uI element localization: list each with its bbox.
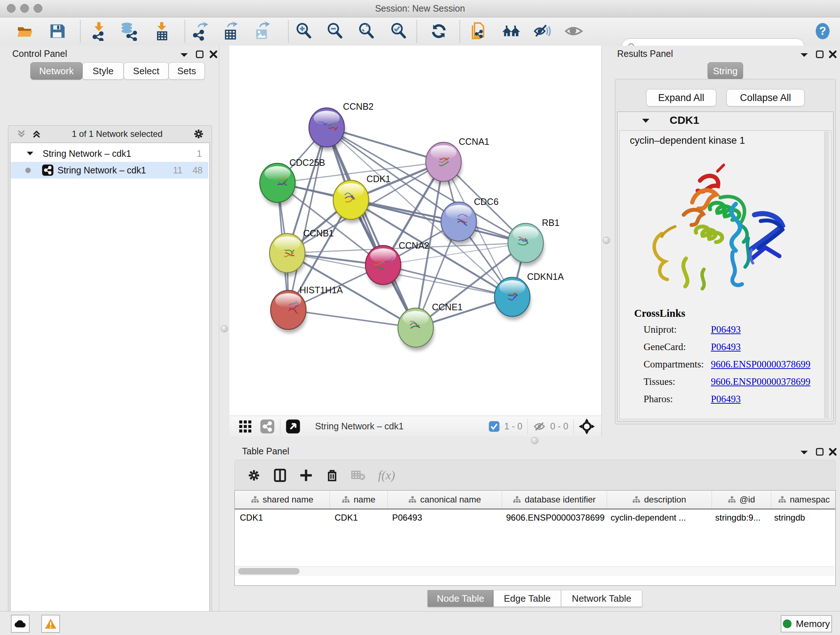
table-cell[interactable]: CDK1 — [235, 509, 330, 526]
crosslink-link[interactable]: 9606.ENSP00000378699 — [711, 376, 810, 387]
divider-grip[interactable] — [221, 325, 228, 333]
results-scrollbar[interactable] — [824, 131, 829, 418]
tab-node-table[interactable]: Node Table — [428, 590, 493, 607]
network-view-icon[interactable] — [260, 419, 275, 434]
save-session-button[interactable] — [47, 21, 67, 41]
section-collapse-icon[interactable] — [641, 118, 650, 124]
tab-string[interactable]: String — [707, 62, 743, 80]
network-tree-child-row[interactable]: String Network – cdk1 11 48 — [11, 162, 208, 179]
collapse-all-button[interactable]: Collapse All — [726, 89, 805, 106]
results-panel-close-icon[interactable] — [829, 50, 837, 59]
crosslink-link[interactable]: P06493 — [711, 341, 741, 353]
edge-HIST1H1A-CCNE1[interactable] — [288, 310, 416, 328]
node-CCNB2[interactable]: CCNB2 — [309, 101, 374, 150]
results-panel-menu-icon[interactable] — [799, 51, 809, 59]
expand-all-button[interactable]: Expand All — [646, 89, 716, 106]
column-header-canonical-name[interactable]: canonical name — [388, 491, 502, 509]
gear-icon[interactable] — [193, 128, 204, 140]
collapse-all-icon[interactable] — [16, 129, 27, 139]
scrollbar-thumb[interactable] — [238, 568, 300, 575]
table-horizontal-scrollbar[interactable] — [235, 566, 834, 576]
delete-table-icon[interactable] — [351, 469, 366, 481]
hide-panel-button[interactable] — [532, 21, 553, 41]
string-document-button[interactable] — [469, 21, 489, 41]
column-header-namespac[interactable]: namespac — [771, 491, 836, 509]
selected-checkbox-icon[interactable] — [488, 421, 500, 432]
export-image-button[interactable] — [252, 21, 272, 41]
memory-button[interactable]: Memory — [781, 615, 832, 632]
import-network-button[interactable] — [88, 21, 108, 41]
tab-style[interactable]: Style — [82, 62, 124, 80]
edge-CCNB2-HIST1H1A[interactable] — [288, 127, 327, 310]
results-panel-float-icon[interactable] — [815, 50, 824, 59]
table-cell[interactable]: cyclin-dependent ... — [606, 509, 710, 526]
tab-edge-table[interactable]: Edge Table — [493, 590, 561, 607]
function-builder-icon[interactable]: f(x) — [378, 469, 395, 482]
node-CDKN1A[interactable]: CDKN1A — [494, 272, 564, 320]
crosslink-link[interactable]: P06493 — [711, 324, 741, 335]
grid-view-icon[interactable] — [238, 419, 253, 434]
table-cell[interactable]: 9606.ENSP00000378699 — [501, 509, 606, 526]
control-panel-close-icon[interactable] — [209, 50, 218, 59]
node-CCNA1[interactable]: CCNA1 — [426, 136, 489, 185]
expand-all-icon[interactable] — [32, 129, 42, 139]
left-panel-divider[interactable] — [219, 46, 230, 611]
show-columns-icon[interactable] — [273, 469, 287, 482]
tab-network[interactable]: Network — [30, 62, 82, 80]
node-RB1[interactable]: RB1 — [508, 218, 560, 266]
import-network-from-database-button[interactable] — [118, 21, 139, 41]
delete-column-trash-icon[interactable] — [325, 469, 339, 482]
cloud-status-button[interactable] — [11, 615, 30, 633]
zoom-selected-button[interactable] — [388, 21, 409, 41]
network-tree-root-row[interactable]: String Network – cdk1 1 — [11, 145, 208, 162]
table-panel-close-icon[interactable] — [829, 448, 837, 456]
zoom-fit-button[interactable] — [356, 21, 377, 41]
tree-collapse-icon[interactable] — [26, 150, 34, 157]
divider-grip[interactable] — [531, 437, 538, 444]
crosslink-link[interactable]: 9606.ENSP00000378699 — [711, 359, 810, 370]
home-networks-button[interactable] — [501, 21, 521, 41]
string-network-graph[interactable]: CCNB2CCNA1CDC25BCDK1CDC6RB1CCNB1CCNA2CDK… — [229, 46, 601, 416]
node-CCNA2[interactable]: CCNA2 — [365, 241, 429, 288]
export-network-button[interactable] — [189, 21, 210, 41]
edge-CCNB2-CCNE1[interactable] — [327, 127, 416, 328]
table-row[interactable]: CDK1CDK1P064939606.ENSP00000378699cyclin… — [235, 509, 835, 526]
birdseye-navigator-icon[interactable] — [579, 418, 595, 434]
table-cell[interactable]: stringdb:9... — [710, 509, 769, 526]
show-panel-button[interactable] — [564, 21, 584, 41]
zoom-in-button[interactable] — [294, 21, 314, 41]
network-canvas[interactable]: CCNB2CCNA1CDC25BCDK1CDC6RB1CCNB1CCNA2CDK… — [229, 46, 601, 416]
crosslink-link[interactable]: P06493 — [711, 394, 741, 405]
tab-sets[interactable]: Sets — [169, 62, 205, 80]
import-table-button[interactable] — [152, 21, 172, 41]
column-header--id[interactable]: @id — [712, 491, 771, 509]
detach-view-icon[interactable] — [286, 419, 301, 434]
warnings-button[interactable] — [41, 615, 60, 633]
zoom-out-button[interactable] — [325, 21, 345, 41]
help-button[interactable]: ? — [813, 21, 833, 41]
node-HIST1H1A[interactable]: HIST1H1A — [271, 285, 343, 333]
hidden-eye-icon[interactable] — [533, 420, 546, 433]
table-cell[interactable]: stringdb — [769, 509, 835, 526]
open-session-button[interactable] — [15, 21, 35, 41]
table-cell[interactable]: P06493 — [387, 509, 501, 526]
add-column-icon[interactable] — [299, 469, 313, 482]
control-panel-float-icon[interactable] — [195, 50, 204, 59]
tab-select[interactable]: Select — [124, 62, 169, 80]
column-header-name[interactable]: name — [330, 491, 388, 509]
right-panel-divider[interactable] — [601, 46, 611, 442]
table-cell[interactable]: CDK1 — [330, 509, 387, 526]
node-CCNB1[interactable]: CCNB1 — [270, 228, 334, 276]
refresh-button[interactable] — [429, 21, 449, 41]
column-header-database-identifier[interactable]: database identifier — [502, 491, 607, 509]
table-settings-gear-icon[interactable] — [247, 469, 261, 482]
table-panel-float-icon[interactable] — [815, 448, 824, 456]
column-header-description[interactable]: description — [607, 491, 712, 509]
column-header-shared-name[interactable]: shared name — [235, 491, 330, 509]
node-CDC6[interactable]: CDC6 — [441, 196, 499, 245]
control-panel-menu-icon[interactable] — [180, 51, 189, 59]
export-table-button[interactable] — [220, 21, 240, 41]
tab-network-table[interactable]: Network Table — [561, 590, 642, 607]
table-panel-menu-icon[interactable] — [799, 449, 809, 456]
divider-grip[interactable] — [603, 237, 610, 244]
